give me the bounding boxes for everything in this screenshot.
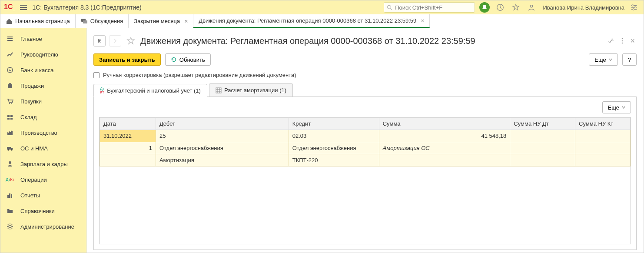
sidebar-item-hr[interactable]: Зарплата и кадры xyxy=(0,156,86,172)
data-table: Дата Дебет Кредит Сумма Сумма НУ Дт Сумм… xyxy=(99,117,631,244)
sidebar-item-bank[interactable]: ₽ Банк и касса xyxy=(0,62,86,78)
link-icon[interactable] xyxy=(606,37,616,44)
cart-icon xyxy=(6,97,14,106)
tab-document-movements[interactable]: Движения документа: Регламентная операци… xyxy=(193,14,430,28)
cell-rownum: 1 xyxy=(100,142,156,154)
folder-icon xyxy=(6,206,14,215)
sidebar-item-operations[interactable]: ДтКт Операции xyxy=(0,172,86,187)
ruble-icon: ₽ xyxy=(6,66,14,74)
sidebar-item-manager[interactable]: Руководителю xyxy=(0,47,86,62)
tab-month-close[interactable]: Закрытие месяца × xyxy=(129,14,193,28)
cell-credit-acct: 02.03 xyxy=(289,130,379,142)
search-input[interactable] xyxy=(384,2,475,13)
close-button[interactable]: × xyxy=(628,37,637,46)
svg-point-7 xyxy=(632,5,634,7)
manual-adjust-row: Ручная корректировка (разрешает редактир… xyxy=(93,70,637,83)
table-row[interactable]: 1 Отдел энергоснабжения Отдел энергоснаб… xyxy=(100,142,631,154)
close-icon[interactable]: × xyxy=(184,18,188,25)
sidebar-item-directories[interactable]: Справочники xyxy=(0,203,86,219)
more-button[interactable]: Еще xyxy=(589,53,617,66)
toolbar: Записать и закрыть Обновить Еще ? xyxy=(93,52,637,70)
bars-icon xyxy=(6,191,14,200)
boxes-icon xyxy=(6,113,14,121)
svg-rect-28 xyxy=(9,193,10,198)
sidebar-item-main[interactable]: Главное xyxy=(0,31,86,47)
sidebar-item-assets[interactable]: ОС и НМА xyxy=(0,140,86,156)
cell-credit-sub2: ТКПТ-220 xyxy=(289,154,379,166)
col-date[interactable]: Дата xyxy=(100,118,156,130)
dt-kt-icon: ДтКт xyxy=(6,175,14,184)
refresh-icon xyxy=(171,57,177,63)
sidebar: Главное Руководителю ₽ Банк и касса Прод… xyxy=(0,28,86,253)
notifications-icon[interactable] xyxy=(478,1,491,13)
svg-line-1 xyxy=(391,8,392,10)
svg-point-0 xyxy=(388,5,391,9)
sidebar-item-purchases[interactable]: Покупки xyxy=(0,93,86,109)
svg-point-17 xyxy=(9,103,10,104)
cell-sum-nu-kt xyxy=(575,130,631,142)
tab-home[interactable]: Начальная страница xyxy=(0,14,76,28)
chat-icon xyxy=(81,18,88,25)
sidebar-item-reports[interactable]: Отчеты xyxy=(0,187,86,203)
dt-kt-icon: ДтКт xyxy=(100,87,104,94)
manual-adjust-label: Ручная корректировка (разрешает редактир… xyxy=(103,72,296,78)
save-close-button[interactable]: Записать и закрыть xyxy=(93,53,161,66)
layout: Главное Руководителю ₽ Банк и касса Прод… xyxy=(0,28,644,253)
cell-sum-nu-dt xyxy=(510,130,575,142)
back-button[interactable] xyxy=(93,35,106,47)
top-bar: 1С_ 1С: Бухгалтерия 8.3 (1С:Предприятие)… xyxy=(0,0,644,14)
cell-debit-sub1: Отдел энергоснабжения xyxy=(156,142,289,154)
user-name: Иванова Ирина Владимировна xyxy=(543,4,624,11)
col-sum-nu-kt[interactable]: Сумма НУ Кт xyxy=(575,118,631,130)
sidebar-item-admin[interactable]: Администрирование xyxy=(0,219,86,234)
close-icon[interactable]: × xyxy=(421,17,424,24)
svg-rect-23 xyxy=(7,147,11,150)
cell-sum-note: Амортизация ОС xyxy=(379,142,510,154)
history-icon[interactable] xyxy=(494,1,506,13)
col-credit[interactable]: Кредит xyxy=(289,118,379,130)
svg-point-32 xyxy=(622,40,623,42)
col-sum-nu-dt[interactable]: Сумма НУ Дт xyxy=(510,118,575,130)
settings-icon[interactable] xyxy=(628,1,640,13)
search-icon xyxy=(387,4,392,10)
table-row[interactable]: Амортизация ТКПТ-220 xyxy=(100,154,631,166)
user-icon[interactable] xyxy=(525,1,538,13)
help-button[interactable]: ? xyxy=(622,53,637,66)
sidebar-item-warehouse[interactable]: Склад xyxy=(0,109,86,125)
cell-sum: 41 548,18 xyxy=(379,130,510,142)
svg-point-30 xyxy=(9,225,11,228)
document-tabs: ДтКт Бухгалтерский и налоговый учет (1) … xyxy=(93,83,637,97)
svg-point-18 xyxy=(11,103,12,104)
gear-icon xyxy=(6,222,14,231)
col-debit[interactable]: Дебет xyxy=(156,118,289,130)
tab-discussions[interactable]: Обсуждения xyxy=(76,14,129,28)
person-icon xyxy=(6,160,14,168)
forward-button[interactable] xyxy=(109,35,121,47)
hamburger-icon[interactable] xyxy=(18,3,29,12)
svg-point-9 xyxy=(633,9,634,10)
col-sum[interactable]: Сумма xyxy=(379,118,510,130)
table-row[interactable]: 31.10.2022 25 02.03 41 548,18 xyxy=(100,130,631,142)
svg-rect-11 xyxy=(83,20,87,23)
manual-adjust-checkbox[interactable] xyxy=(93,72,100,78)
tab-depreciation[interactable]: Расчет амортизации (1) xyxy=(209,83,293,97)
refresh-button[interactable]: Обновить xyxy=(165,53,211,66)
sidebar-item-production[interactable]: Производство xyxy=(0,125,86,140)
search-text[interactable] xyxy=(395,4,472,11)
grid-toolbar: Еще xyxy=(99,101,631,117)
svg-rect-20 xyxy=(10,115,13,117)
table-more-button[interactable]: Еще xyxy=(602,101,631,113)
more-icon[interactable] xyxy=(620,37,625,44)
sidebar-item-sales[interactable]: Продажи xyxy=(0,78,86,93)
chart-up-icon xyxy=(6,50,14,59)
tab-accounting[interactable]: ДтКт Бухгалтерский и налоговый учет (1) xyxy=(93,84,207,97)
star-icon[interactable] xyxy=(125,37,137,45)
bag-icon xyxy=(6,81,14,90)
cell-debit-sub2: Амортизация xyxy=(156,154,289,166)
svg-rect-34 xyxy=(216,88,221,93)
star-icon[interactable] xyxy=(510,1,522,13)
svg-point-8 xyxy=(634,7,636,8)
svg-point-24 xyxy=(8,150,9,151)
svg-rect-19 xyxy=(7,115,10,117)
truck-icon xyxy=(6,144,14,153)
